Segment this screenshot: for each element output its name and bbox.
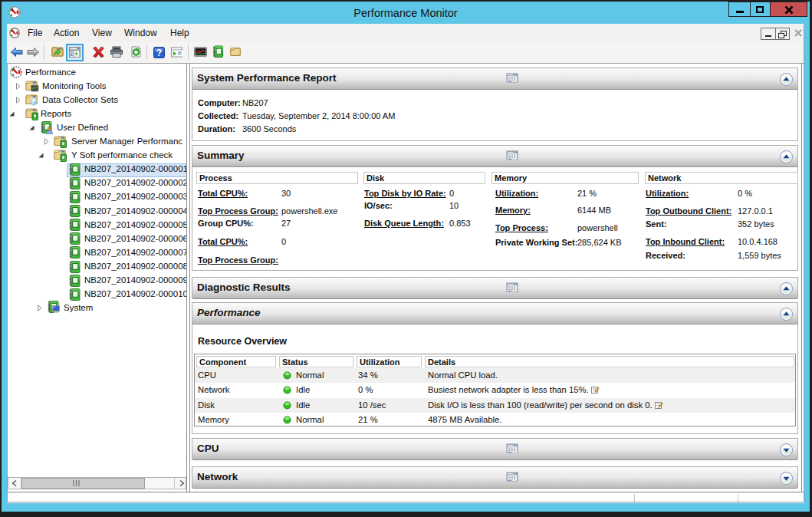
svg-text:?: ? <box>156 48 162 58</box>
